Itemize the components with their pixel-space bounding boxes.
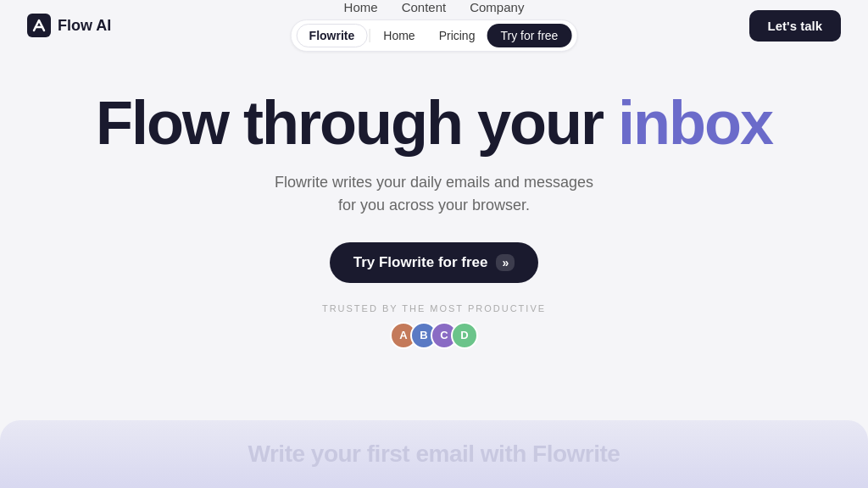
hero-title-highlight: inbox [618, 89, 772, 157]
brand-name: Flow AI [58, 17, 111, 35]
logo[interactable]: Flow AI [27, 14, 111, 37]
nav-bottom-pills: Flowrite Home Pricing Try for free [291, 19, 578, 52]
nav-divider-1 [369, 29, 370, 42]
nav-pill-flowrite[interactable]: Flowrite [297, 24, 368, 47]
hero-cta-button[interactable]: Try Flowrite for free » [330, 242, 539, 283]
hero-section: Flow through your inbox Flowrite writes … [0, 51, 868, 349]
svg-rect-0 [27, 14, 51, 37]
trusted-label: TRUSTED BY THE MOST PRODUCTIVE [322, 303, 546, 313]
bottom-preview-text: Write your first email with Flowrite [248, 441, 620, 468]
bottom-preview-section: Write your first email with Flowrite [0, 420, 868, 488]
nav-pill-pricing[interactable]: Pricing [427, 25, 487, 47]
nav-pill-home[interactable]: Home [371, 25, 426, 47]
hero-subtitle: Flowrite writes your daily emails and me… [273, 171, 595, 217]
nav-link-home[interactable]: Home [344, 0, 378, 14]
nav-link-company[interactable]: Company [470, 0, 524, 14]
hero-title-part1: Flow through your [96, 89, 618, 157]
nav-center: Home Content Company Flowrite Home Prici… [291, 0, 578, 52]
hero-cta-arrow-icon: » [496, 254, 515, 271]
hero-cta-label: Try Flowrite for free [353, 254, 488, 271]
hero-title: Flow through your inbox [96, 92, 772, 156]
navbar: Flow AI Home Content Company Flowrite Ho… [0, 0, 868, 51]
avatar-4: D [451, 322, 478, 349]
nav-link-content[interactable]: Content [402, 0, 447, 14]
lets-talk-button[interactable]: Let's talk [749, 10, 841, 42]
nav-pill-try-free[interactable]: Try for free [487, 24, 571, 47]
logo-icon [27, 14, 51, 37]
nav-top-links: Home Content Company [344, 0, 525, 14]
avatar-group: A B C D [390, 322, 478, 349]
